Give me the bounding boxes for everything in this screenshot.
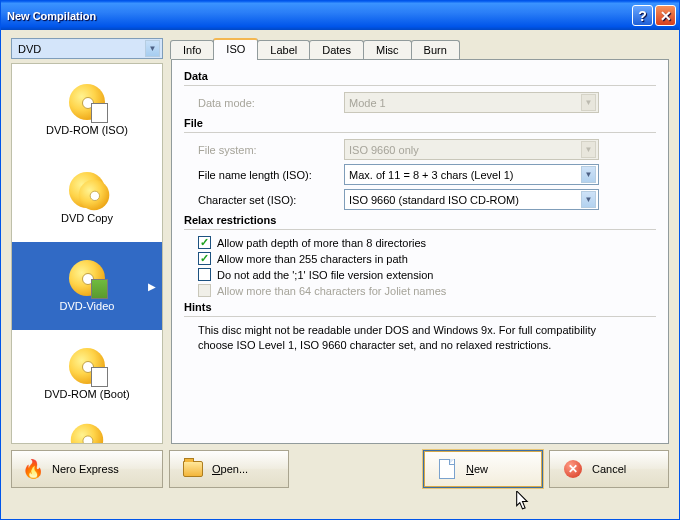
- sidebar-item-label: DVD-Video: [60, 300, 115, 312]
- data-mode-select: Mode 1 ▼: [344, 92, 599, 113]
- character-set-label: Character set (ISO):: [198, 194, 344, 206]
- compilation-window: New Compilation ? ✕ DVD ▼ DVD-ROM (ISO): [0, 0, 680, 520]
- sidebar-item-extra[interactable]: [12, 418, 162, 444]
- chevron-down-icon: ▼: [581, 94, 596, 111]
- sidebar-item-label: DVD-ROM (Boot): [44, 388, 130, 400]
- divider: [184, 316, 656, 317]
- sidebar-item-dvdrom-iso[interactable]: DVD-ROM (ISO): [12, 66, 162, 154]
- filename-length-label: File name length (ISO):: [198, 169, 344, 181]
- sidebar-item-label: DVD Copy: [61, 212, 113, 224]
- field-data-mode: Data mode: Mode 1 ▼: [198, 92, 656, 113]
- checkbox-label: Allow path depth of more than 8 director…: [217, 237, 426, 249]
- character-set-select[interactable]: ISO 9660 (standard ISO CD-ROM) ▼: [344, 189, 599, 210]
- button-label: Cancel: [592, 463, 626, 475]
- checkbox-label: Do not add the ';1' ISO file version ext…: [217, 269, 433, 281]
- checkbox-path-depth[interactable]: ✓: [198, 236, 211, 249]
- help-button[interactable]: ?: [632, 5, 653, 26]
- disc-type-value: DVD: [18, 43, 41, 55]
- filename-length-value: Max. of 11 = 8 + 3 chars (Level 1): [349, 169, 513, 181]
- nero-express-button[interactable]: 🔥 Nero Express: [11, 450, 163, 488]
- field-file-system: File system: ISO 9660 only ▼: [198, 139, 656, 160]
- chevron-down-icon: ▼: [581, 141, 596, 158]
- hints-text: This disc might not be readable under DO…: [198, 323, 618, 353]
- divider: [184, 85, 656, 86]
- left-column: DVD ▼ DVD-ROM (ISO) DVD Copy DVD-Video: [11, 38, 163, 444]
- film-overlay-icon: [91, 279, 108, 299]
- checkbox-no-ext[interactable]: ✓: [198, 268, 211, 281]
- checkbox-joliet-row: ✓ Allow more than 64 characters for Joli…: [198, 284, 656, 297]
- body-area: DVD ▼ DVD-ROM (ISO) DVD Copy DVD-Video: [1, 30, 679, 519]
- new-button[interactable]: New: [423, 450, 543, 488]
- new-document-icon: [436, 458, 458, 480]
- data-mode-label: Data mode:: [198, 97, 344, 109]
- disc-icon: [71, 424, 103, 444]
- button-label: Open...: [212, 463, 248, 475]
- button-label: Nero Express: [52, 463, 119, 475]
- cancel-button[interactable]: ✕ Cancel: [549, 450, 669, 488]
- checkbox-path-depth-row: ✓ Allow path depth of more than 8 direct…: [198, 236, 656, 249]
- sidebar-item-dvdrom-boot[interactable]: DVD-ROM (Boot): [12, 330, 162, 418]
- chevron-down-icon: ▼: [581, 191, 596, 208]
- right-column: Info ISO Label Dates Misc Burn Data Data…: [171, 38, 669, 444]
- spacer: [295, 450, 417, 488]
- tab-panel-iso: Data Data mode: Mode 1 ▼ File File syste…: [171, 59, 669, 444]
- button-row: 🔥 Nero Express Open... New ✕ Cancel: [11, 450, 669, 488]
- top-row: DVD ▼ DVD-ROM (ISO) DVD Copy DVD-Video: [11, 38, 669, 444]
- tab-misc[interactable]: Misc: [363, 40, 412, 59]
- character-set-value: ISO 9660 (standard ISO CD-ROM): [349, 194, 519, 206]
- tab-iso[interactable]: ISO: [213, 38, 258, 60]
- sidebar-item-dvd-copy[interactable]: DVD Copy: [12, 154, 162, 242]
- tab-dates[interactable]: Dates: [309, 40, 364, 59]
- compilation-type-list: DVD-ROM (ISO) DVD Copy DVD-Video ▶ DVD-R…: [11, 63, 163, 444]
- disc-icon: [79, 180, 110, 211]
- tab-burn[interactable]: Burn: [411, 40, 460, 59]
- tab-info[interactable]: Info: [170, 40, 214, 59]
- section-file: File: [184, 117, 656, 129]
- data-mode-value: Mode 1: [349, 97, 386, 109]
- section-data: Data: [184, 70, 656, 82]
- section-hints: Hints: [184, 301, 656, 313]
- filename-length-select[interactable]: Max. of 11 = 8 + 3 chars (Level 1) ▼: [344, 164, 599, 185]
- folder-open-icon: [182, 458, 204, 480]
- button-label: New: [466, 463, 488, 475]
- titlebar-buttons: ? ✕: [632, 5, 676, 26]
- field-character-set: Character set (ISO): ISO 9660 (standard …: [198, 189, 656, 210]
- open-button[interactable]: Open...: [169, 450, 289, 488]
- divider: [184, 229, 656, 230]
- titlebar: New Compilation ? ✕: [1, 1, 679, 30]
- checkbox-label: Allow more than 255 characters in path: [217, 253, 408, 265]
- triangle-right-icon: ▶: [148, 281, 156, 292]
- divider: [184, 132, 656, 133]
- window-title: New Compilation: [7, 10, 632, 22]
- tab-bar: Info ISO Label Dates Misc Burn: [171, 38, 669, 59]
- field-filename-length: File name length (ISO): Max. of 11 = 8 +…: [198, 164, 656, 185]
- page-overlay-icon: [91, 103, 108, 123]
- nero-icon: 🔥: [22, 458, 44, 480]
- tab-label[interactable]: Label: [257, 40, 310, 59]
- boot-overlay-icon: [91, 367, 108, 387]
- file-system-select: ISO 9660 only ▼: [344, 139, 599, 160]
- chevron-down-icon: ▼: [581, 166, 596, 183]
- checkbox-joliet: ✓: [198, 284, 211, 297]
- chevron-down-icon: ▼: [145, 40, 160, 57]
- section-relax: Relax restrictions: [184, 214, 656, 226]
- checkbox-label: Allow more than 64 characters for Joliet…: [217, 285, 446, 297]
- checkbox-255-row: ✓ Allow more than 255 characters in path: [198, 252, 656, 265]
- sidebar-item-dvd-video[interactable]: DVD-Video ▶: [12, 242, 162, 330]
- disc-type-select[interactable]: DVD ▼: [11, 38, 163, 59]
- file-system-label: File system:: [198, 144, 344, 156]
- sidebar-item-label: DVD-ROM (ISO): [46, 124, 128, 136]
- cancel-icon: ✕: [562, 458, 584, 480]
- close-button[interactable]: ✕: [655, 5, 676, 26]
- checkbox-no-ext-row: ✓ Do not add the ';1' ISO file version e…: [198, 268, 656, 281]
- file-system-value: ISO 9660 only: [349, 144, 419, 156]
- checkbox-255-chars[interactable]: ✓: [198, 252, 211, 265]
